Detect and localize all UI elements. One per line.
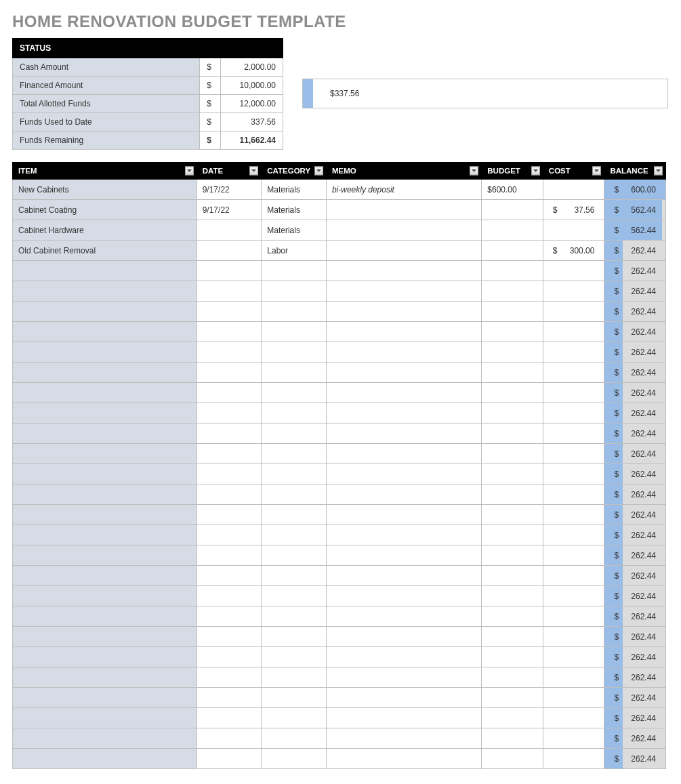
budget-cell[interactable] xyxy=(482,484,543,505)
budget-cell[interactable]: $600.00 xyxy=(482,180,543,200)
budget-cell[interactable] xyxy=(482,342,543,363)
item-cell[interactable] xyxy=(13,322,197,342)
column-header[interactable]: CATEGORY xyxy=(262,163,327,180)
memo-cell[interactable]: bi-weekly deposit xyxy=(326,180,481,200)
status-currency[interactable]: $ xyxy=(200,95,221,113)
column-header[interactable]: BALANCE xyxy=(604,163,666,180)
category-cell[interactable] xyxy=(262,627,327,647)
column-header[interactable]: DATE xyxy=(197,163,262,180)
date-cell[interactable] xyxy=(197,322,262,342)
cost-cell[interactable] xyxy=(543,363,604,383)
budget-cell[interactable] xyxy=(482,200,543,220)
column-header[interactable]: ITEM xyxy=(13,163,197,180)
cost-cell[interactable] xyxy=(543,647,604,667)
category-cell[interactable]: Materials xyxy=(262,200,327,220)
item-cell[interactable] xyxy=(13,586,197,606)
item-cell[interactable] xyxy=(13,708,197,728)
budget-cell[interactable] xyxy=(482,261,543,281)
memo-cell[interactable] xyxy=(326,667,481,688)
date-cell[interactable] xyxy=(197,749,262,769)
category-cell[interactable] xyxy=(262,606,327,627)
cost-cell[interactable] xyxy=(543,586,604,606)
balance-cell[interactable]: $262.44 xyxy=(604,261,666,281)
category-cell[interactable] xyxy=(262,363,327,383)
balance-cell[interactable]: $262.44 xyxy=(604,281,666,302)
item-cell[interactable] xyxy=(13,383,197,403)
balance-cell[interactable]: $262.44 xyxy=(604,728,666,749)
balance-cell[interactable]: $262.44 xyxy=(604,525,666,545)
category-cell[interactable] xyxy=(262,525,327,545)
item-cell[interactable] xyxy=(13,464,197,484)
item-cell[interactable] xyxy=(13,667,197,688)
budget-cell[interactable] xyxy=(482,728,543,749)
memo-cell[interactable] xyxy=(326,688,481,708)
balance-cell[interactable]: $262.44 xyxy=(604,667,666,688)
balance-cell[interactable]: $262.44 xyxy=(604,749,666,769)
cost-cell[interactable] xyxy=(543,627,604,647)
date-cell[interactable] xyxy=(197,281,262,302)
item-cell[interactable] xyxy=(13,342,197,363)
date-cell[interactable] xyxy=(197,444,262,464)
budget-cell[interactable] xyxy=(482,322,543,342)
date-cell[interactable] xyxy=(197,424,262,444)
memo-cell[interactable] xyxy=(326,606,481,627)
item-cell[interactable] xyxy=(13,505,197,525)
cost-cell[interactable] xyxy=(543,302,604,322)
memo-cell[interactable] xyxy=(326,444,481,464)
balance-cell[interactable]: $262.44 xyxy=(604,606,666,627)
cost-cell[interactable]: $37.56 xyxy=(543,200,604,220)
column-header[interactable]: BUDGET xyxy=(482,163,543,180)
date-cell[interactable] xyxy=(197,545,262,566)
date-cell[interactable] xyxy=(197,261,262,281)
category-cell[interactable] xyxy=(262,484,327,505)
memo-cell[interactable] xyxy=(326,647,481,667)
date-cell[interactable] xyxy=(197,505,262,525)
budget-cell[interactable] xyxy=(482,749,543,769)
memo-cell[interactable] xyxy=(326,525,481,545)
budget-cell[interactable] xyxy=(482,505,543,525)
date-cell[interactable] xyxy=(197,464,262,484)
item-cell[interactable] xyxy=(13,444,197,464)
date-cell[interactable] xyxy=(197,403,262,424)
category-cell[interactable] xyxy=(262,322,327,342)
memo-cell[interactable] xyxy=(326,200,481,220)
item-cell[interactable] xyxy=(13,525,197,545)
balance-cell[interactable]: $600.00 xyxy=(604,180,666,200)
date-cell[interactable] xyxy=(197,647,262,667)
cost-cell[interactable] xyxy=(543,444,604,464)
balance-cell[interactable]: $262.44 xyxy=(604,424,666,444)
status-label[interactable]: Funds Used to Date xyxy=(13,113,200,131)
date-cell[interactable] xyxy=(197,220,262,241)
category-cell[interactable] xyxy=(262,342,327,363)
category-cell[interactable] xyxy=(262,302,327,322)
item-cell[interactable] xyxy=(13,363,197,383)
cost-cell[interactable] xyxy=(543,261,604,281)
balance-cell[interactable]: $562.44 xyxy=(604,220,666,241)
status-value[interactable]: 337.56 xyxy=(220,113,283,131)
item-cell[interactable] xyxy=(13,484,197,505)
budget-cell[interactable] xyxy=(482,424,543,444)
balance-cell[interactable]: $262.44 xyxy=(604,464,666,484)
cost-cell[interactable] xyxy=(543,464,604,484)
column-header[interactable]: MEMO xyxy=(326,163,481,180)
cost-cell[interactable] xyxy=(543,220,604,241)
memo-cell[interactable] xyxy=(326,749,481,769)
balance-cell[interactable]: $262.44 xyxy=(604,444,666,464)
cost-cell[interactable] xyxy=(543,688,604,708)
budget-cell[interactable] xyxy=(482,566,543,586)
date-cell[interactable] xyxy=(197,606,262,627)
cost-cell[interactable] xyxy=(543,180,604,200)
memo-cell[interactable] xyxy=(326,505,481,525)
item-cell[interactable] xyxy=(13,688,197,708)
cost-cell[interactable] xyxy=(543,403,604,424)
item-cell[interactable] xyxy=(13,647,197,667)
status-label[interactable]: Total Allotted Funds xyxy=(13,95,200,113)
cost-cell[interactable] xyxy=(543,505,604,525)
category-cell[interactable] xyxy=(262,403,327,424)
category-cell[interactable] xyxy=(262,281,327,302)
memo-cell[interactable] xyxy=(326,281,481,302)
filter-dropdown-icon[interactable] xyxy=(185,167,194,176)
date-cell[interactable]: 9/17/22 xyxy=(197,200,262,220)
memo-cell[interactable] xyxy=(326,464,481,484)
cost-cell[interactable] xyxy=(543,545,604,566)
